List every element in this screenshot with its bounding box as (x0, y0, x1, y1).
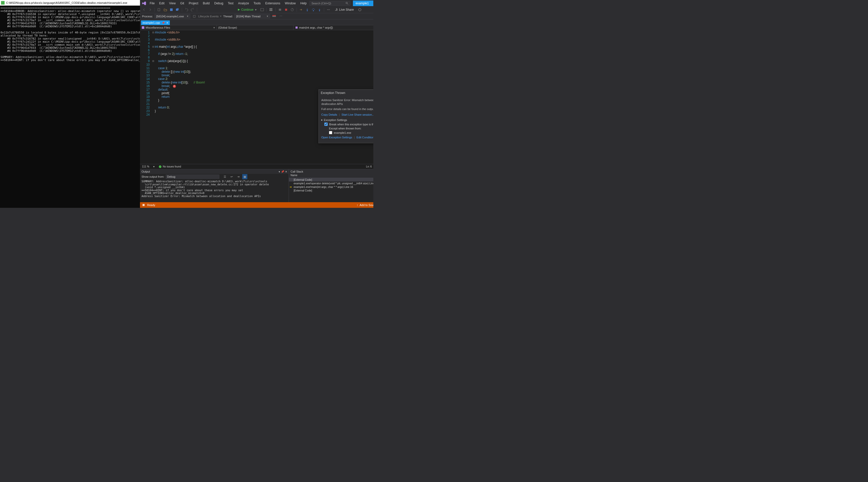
code-line[interactable]: case 1: (155, 66, 373, 70)
menu-debug[interactable]: Debug (212, 1, 225, 6)
nav-scope-dropdown[interactable]: (Global Scope) (217, 26, 293, 29)
code-line[interactable]: break; (155, 84, 373, 88)
code-line[interactable] (155, 63, 373, 66)
code-line[interactable] (155, 56, 373, 59)
code-line[interactable]: switch (atoi(argv[1])) { (155, 59, 373, 63)
output-clear-icon[interactable]: ☰ (222, 174, 227, 179)
add-source-control[interactable]: Add to Source Control (360, 203, 373, 206)
show-next-icon[interactable] (299, 7, 304, 12)
menu-edit[interactable]: Edit (157, 1, 166, 6)
lifecycle-label[interactable]: Lifecycle Events (198, 15, 219, 18)
pin-icon[interactable]: 📌 (162, 22, 165, 24)
output-goto-icon[interactable]: ⇥ (236, 174, 241, 179)
error-glyph-icon[interactable] (173, 85, 176, 88)
code-line[interactable] (155, 34, 373, 38)
stop-icon[interactable] (284, 7, 289, 12)
menu-help[interactable]: Help (298, 1, 309, 6)
code-line[interactable] (155, 41, 373, 45)
nav-project-dropdown[interactable]: Miscellaneous Files ▾ (140, 26, 216, 29)
callstack-header[interactable]: Name Lang (289, 174, 373, 178)
tab-example1[interactable]: example1.cpp 📌 ✕ (141, 21, 170, 25)
live-share-button[interactable]: Live Share (335, 8, 354, 11)
feedback-icon[interactable] (357, 7, 362, 12)
save-all-icon[interactable] (175, 7, 180, 12)
pause-icon[interactable] (277, 7, 282, 12)
browser-icon[interactable] (259, 7, 265, 12)
panel-pin-icon[interactable]: 📌 (281, 170, 284, 173)
process-dropdown[interactable]: [58104] example1.exe▾ (155, 14, 190, 18)
menu-file[interactable]: File (148, 1, 157, 6)
output-source-dropdown[interactable]: Debug (166, 175, 219, 179)
code-line[interactable]: int main(int argc,char *argv[] ) { (155, 45, 373, 49)
code-line[interactable]: case 2: (155, 77, 373, 81)
step-over-icon[interactable] (311, 7, 316, 12)
line-gutter[interactable]: 123456789101112131415161718192021222324 (140, 30, 152, 164)
liveshare-link[interactable]: Start Live Share session... (341, 113, 373, 116)
menu-view[interactable]: View (167, 1, 178, 6)
restart-icon[interactable] (290, 7, 295, 12)
windows-icon[interactable] (269, 7, 274, 12)
zoom-level[interactable]: 111 % (142, 165, 149, 168)
code-line[interactable]: #include <stdlib.h> (155, 38, 373, 41)
save-icon[interactable] (169, 7, 174, 12)
nav-back-icon[interactable] (142, 7, 147, 12)
step-into-icon[interactable] (305, 7, 310, 12)
menu-project[interactable]: Project (187, 1, 200, 6)
fold-gutter[interactable]: ⊟⊟⊟ (152, 30, 155, 164)
continue-button[interactable]: Continue ▾ (236, 7, 258, 12)
panel-close-icon[interactable]: ✕ (285, 170, 287, 173)
code-line[interactable]: break; (155, 74, 373, 77)
open-exception-settings-link[interactable]: Open Exception Settings (321, 136, 352, 139)
current-frame-icon: ➜ (289, 185, 292, 189)
output-wrap-icon[interactable]: ↩ (229, 174, 234, 179)
tab-close-icon[interactable]: ✕ (166, 22, 168, 24)
up-arrow-icon[interactable]: ↑ (357, 203, 358, 206)
vs-logo-icon[interactable] (142, 1, 147, 6)
code-line[interactable]: if (argc != 2) return -1; (155, 52, 373, 56)
break-checkbox[interactable] (324, 122, 328, 126)
exception-title: Exception Thrown (321, 91, 373, 95)
console-output[interactable]: ========================================… (0, 6, 140, 208)
doc-title-tab[interactable]: example1 (353, 1, 373, 6)
edit-conditions-link[interactable]: Edit Conditions (356, 136, 373, 139)
callstack-row[interactable]: ➜example1.exe!main(int argc, char * * ar… (289, 185, 373, 189)
code-line[interactable] (155, 49, 373, 52)
menu-extensions[interactable]: Extensions (263, 1, 282, 6)
console-title-bar[interactable]: C:\MSDN\cpp-docs-pr\docs\c-language\ASAN… (0, 0, 140, 6)
menu-window[interactable]: Window (283, 1, 298, 6)
document-tabs: example1.cpp 📌 ✕ (140, 20, 373, 25)
callstack-row[interactable]: [External Code] (289, 189, 373, 192)
redo-icon[interactable] (190, 7, 195, 12)
lifecycle-icon[interactable] (192, 14, 197, 19)
menu-analyze[interactable]: Analyze (236, 1, 251, 6)
code-line[interactable]: delete [] (new int[10]); (155, 70, 373, 74)
panel-dropdown-icon[interactable]: ▾ (279, 170, 280, 173)
output-toggle-icon[interactable]: ▦ (242, 174, 247, 179)
undo-icon[interactable] (184, 7, 189, 12)
copy-details-link[interactable]: Copy Details (321, 113, 337, 116)
issues-indicator[interactable]: No issues found (159, 165, 181, 168)
thread-dropdown[interactable]: [8184] Main Thread▾ (234, 14, 270, 18)
open-icon[interactable] (163, 7, 168, 12)
new-icon[interactable] (157, 7, 162, 12)
nav-fwd-icon[interactable] (148, 7, 153, 12)
callstack-row[interactable]: [External Code] (289, 178, 373, 181)
output-text[interactable]: SUMMARY: AddressSanitizer: alloc-dealloc… (140, 179, 289, 202)
more-icon[interactable]: ⋯ (326, 7, 331, 12)
exception-settings-toggle[interactable]: ▸ Exception Settings (321, 118, 373, 121)
menu-git[interactable]: Git (178, 1, 186, 6)
menu-test[interactable]: Test (226, 1, 236, 6)
menu-build[interactable]: Build (201, 1, 212, 6)
search-box[interactable]: Search (Ctrl+Q) (310, 1, 350, 6)
more-debug-icon[interactable]: ⋯ (278, 14, 283, 19)
svg-rect-10 (271, 10, 272, 11)
menu-tools[interactable]: Tools (251, 1, 262, 6)
step-out-icon[interactable] (317, 7, 322, 12)
callstack-body[interactable]: [External Code]example1.exe!operator del… (289, 178, 373, 192)
callstack-row[interactable]: example1.exe!operator delete(void * ptr,… (289, 181, 373, 185)
code-line[interactable]: delete (new int[10]); // Boom! (155, 81, 373, 84)
stack-frame-icon[interactable] (272, 14, 277, 19)
except-item-checkbox[interactable] (329, 131, 332, 134)
code-line[interactable]: #include <stdio.h> (155, 31, 373, 34)
nav-member-dropdown[interactable]: main(int argc, char * argv[]) ▾ (293, 26, 373, 29)
